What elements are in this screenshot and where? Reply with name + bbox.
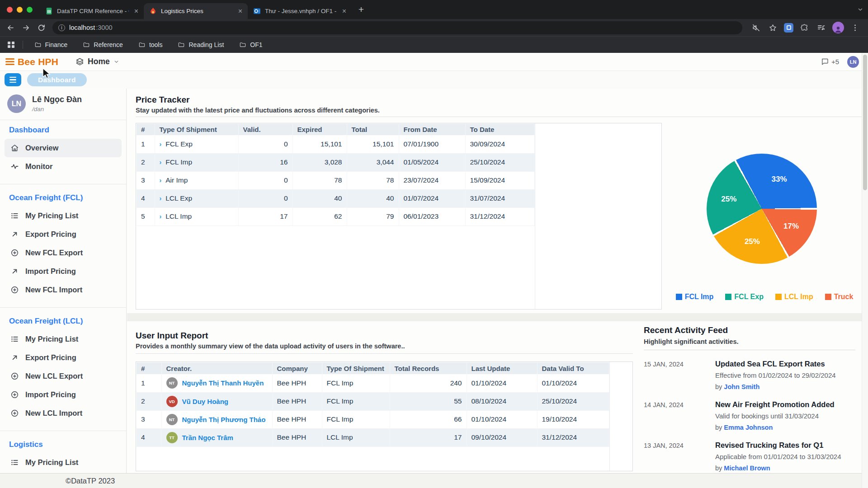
browser-tab[interactable]: Logistics Prices×	[144, 3, 248, 19]
row-expand-chevron-icon[interactable]: ›	[160, 195, 162, 202]
bookmark-folder-of1[interactable]: OF1	[231, 37, 270, 53]
activity-author-link[interactable]: John Smith	[724, 383, 760, 390]
column-header[interactable]: Valid.	[238, 124, 292, 135]
app-footer: ©DataTP 2023	[0, 473, 868, 488]
reload-button[interactable]	[34, 21, 48, 34]
table-row[interactable]: 2VDVũ Duy HoàngBee HPHFCL Imp5508/10/202…	[137, 392, 609, 410]
legend-item-lcl-imp[interactable]: LCL Imp	[775, 293, 813, 301]
browser-tab[interactable]: Thư - Jesse.vnhph / OF1 - Ou×	[248, 3, 352, 19]
browser-tab[interactable]: DataTP CRM Reference - Goo×	[40, 3, 144, 19]
row-expand-chevron-icon[interactable]: ›	[160, 141, 162, 148]
extensions-puzzle-icon[interactable]	[799, 22, 810, 33]
table-row[interactable]: 5›LCL Imp17627906/01/202331/12/2024	[137, 207, 534, 225]
activity-feed-item[interactable]: 13 JAN, 2024Revised Trucking Rates for Q…	[644, 441, 862, 472]
table-row[interactable]: 4›LCL Exp0404001/07/202431/07/2024	[137, 189, 534, 207]
activity-author-link[interactable]: Michael Brown	[724, 465, 770, 472]
sidebar-item-export-pricing[interactable]: Export Pricing	[5, 225, 122, 244]
column-header[interactable]: To Date	[465, 124, 534, 135]
window-zoom-button[interactable]	[27, 7, 33, 13]
arrow-up-right-icon	[10, 230, 19, 239]
home-menu[interactable]: Home	[75, 57, 119, 66]
bookmark-folder-reading-list[interactable]: Reading List	[170, 37, 231, 53]
column-header[interactable]: Company	[272, 362, 322, 374]
browser-menu-kebab-icon[interactable]	[849, 22, 861, 33]
sidebar-item-new-lcl-export[interactable]: New LCL Export	[5, 367, 122, 385]
activity-author-link[interactable]: Emma Johnson	[724, 424, 773, 431]
creator-avatar: NT	[166, 377, 178, 389]
scrollbar-thumb[interactable]	[863, 55, 867, 190]
sidebar-item-import-pricing[interactable]: Import Pricing	[5, 262, 122, 281]
table-row[interactable]: 4TTTrần Ngọc TrâmBee HPHLCL Imp1709/10/2…	[137, 428, 609, 446]
window-close-button[interactable]	[7, 7, 13, 13]
column-header[interactable]: Expired	[292, 124, 347, 135]
legend-item-fcl-exp[interactable]: FCL Exp	[725, 293, 764, 301]
back-button[interactable]	[4, 21, 17, 34]
browser-profile-avatar[interactable]	[832, 22, 844, 33]
bookmark-folder-reference[interactable]: Reference	[75, 37, 131, 53]
table-row[interactable]: 1›FCL Exp015,10115,10107/01/190030/09/20…	[137, 135, 534, 153]
sidebar-toggle-hamburger-icon[interactable]	[5, 58, 14, 65]
tab-list-icon[interactable]	[816, 22, 827, 33]
row-expand-chevron-icon[interactable]: ›	[160, 159, 162, 166]
tab-close-icon[interactable]: ×	[133, 8, 140, 15]
sidebar-item-new-fcl-import[interactable]: New FCL Import	[5, 281, 122, 299]
sidebar-item-new-fcl-export[interactable]: New FCL Export	[5, 244, 122, 262]
table-cell: 40	[347, 189, 399, 207]
column-header[interactable]: Total	[347, 124, 399, 135]
sidebar-item-monitor[interactable]: Monitor	[5, 157, 122, 176]
site-info-icon[interactable]: i	[58, 24, 65, 31]
column-header[interactable]: From Date	[399, 124, 465, 135]
table-row[interactable]: 3›Air Imp0787823/07/202415/09/2024	[137, 171, 534, 189]
creator-link[interactable]: Nguyễn Thị Thanh Huyền	[182, 379, 264, 387]
tab-search-chevron-icon[interactable]	[857, 0, 863, 19]
address-bar[interactable]: i localhost :3000	[52, 21, 742, 34]
row-expand-chevron-icon[interactable]: ›	[160, 213, 162, 220]
tab-close-icon[interactable]: ×	[237, 8, 244, 15]
bookmark-star-icon[interactable]	[767, 22, 778, 33]
sidebar-item-my-pricing-list[interactable]: My Pricing List	[5, 330, 122, 348]
tab-close-icon[interactable]: ×	[341, 8, 348, 15]
creator-link[interactable]: Nguyễn Thị Phương Thảo	[182, 416, 266, 423]
apps-grid-icon[interactable]	[8, 42, 14, 48]
app-brand[interactable]: Bee HPH	[18, 56, 58, 67]
legend-item-truck[interactable]: Truck	[825, 293, 854, 301]
sidebar-item-import-pricing[interactable]: Import Pricing	[5, 385, 122, 404]
sidebar-user-card[interactable]: LN Lê Ngọc Đàn /dan	[0, 89, 126, 120]
activity-feed-item[interactable]: 15 JAN, 2024Updated Sea FCL Export Rates…	[644, 359, 862, 391]
tab-muted-speaker-icon[interactable]	[750, 22, 762, 33]
pinned-extension-icon[interactable]	[784, 23, 793, 33]
forward-button[interactable]	[19, 21, 33, 34]
column-header[interactable]: Type Of Shipment	[322, 362, 390, 374]
page-scrollbar[interactable]	[862, 53, 868, 488]
column-header[interactable]: Total Records	[390, 362, 467, 374]
sidebar-item-my-pricing-list[interactable]: My Pricing List	[5, 453, 122, 472]
company-cell: Bee HPH	[272, 428, 322, 446]
table-row[interactable]: 2›FCL Imp163,0283,04401/05/202425/10/202…	[137, 153, 534, 171]
row-expand-chevron-icon[interactable]: ›	[160, 177, 162, 184]
column-header[interactable]: Last Update	[467, 362, 537, 374]
sidebar-item-export-pricing[interactable]: Export Pricing	[5, 348, 122, 367]
column-header[interactable]: #	[137, 124, 155, 135]
sidebar-item-new-lcl-import[interactable]: New LCL Import	[5, 404, 122, 422]
column-header[interactable]: Creator.	[161, 362, 272, 374]
bookmark-folder-tools[interactable]: tools	[131, 37, 170, 53]
activity-feed-item[interactable]: 14 JAN, 2024New Air Freight Promotion Ad…	[644, 400, 862, 432]
chat-button[interactable]: +5	[821, 57, 839, 66]
sidebar-item-label: My Pricing List	[25, 335, 78, 343]
table-row[interactable]: 3NTNguyễn Thị Phương ThảoBee HPHFCL Imp6…	[137, 410, 609, 428]
creator-link[interactable]: Vũ Duy Hoàng	[182, 398, 229, 405]
column-header[interactable]: Type Of Shipment	[155, 124, 238, 135]
user-avatar[interactable]: LN	[847, 56, 859, 68]
bookmark-folder-finance[interactable]: Finance	[27, 37, 75, 53]
window-minimize-button[interactable]	[17, 7, 23, 13]
sidebar-item-overview[interactable]: Overview	[5, 139, 122, 157]
column-header[interactable]: Data Valid To	[537, 362, 609, 374]
new-tab-button[interactable]: +	[354, 3, 368, 16]
creator-link[interactable]: Trần Ngọc Trâm	[182, 434, 233, 441]
column-header[interactable]: #	[137, 362, 161, 374]
menu-toggle-button[interactable]	[5, 73, 21, 86]
sidebar-item-my-pricing-list[interactable]: My Pricing List	[5, 206, 122, 225]
legend-item-fcl-imp[interactable]: FCL Imp	[676, 293, 714, 301]
breadcrumb-dashboard-pill[interactable]: Dashboard	[27, 73, 87, 86]
table-row[interactable]: 1NTNguyễn Thị Thanh HuyềnBee HPHFCL Imp2…	[137, 374, 609, 392]
